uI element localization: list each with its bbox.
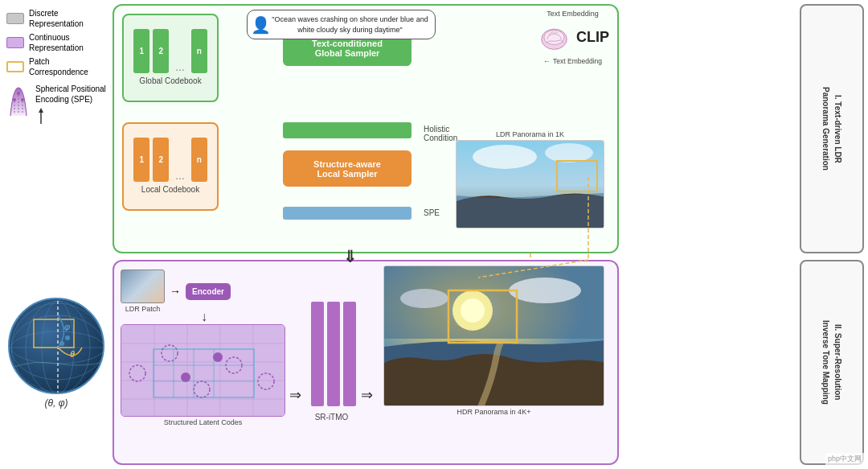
ldr-panorama-image [456, 140, 604, 228]
text-embed-note: Text Embedding [553, 57, 602, 65]
global-codebook: 1 2 ... n Global Codebook [122, 14, 219, 102]
clip-row: CLIP [536, 19, 609, 56]
holistic-label: Holistic Condition [424, 125, 457, 142]
top-section: 👤 "Ocean waves crashing on shore under b… [113, 4, 619, 253]
patch-label: Patch Correspondence [29, 56, 88, 77]
ldr-patch-thumbnail [121, 269, 165, 303]
svg-point-68 [461, 298, 485, 323]
svg-point-1 [17, 92, 20, 95]
holistic-text: Holistic Condition [424, 125, 457, 142]
codebook-columns: 1 2 ... n [133, 25, 207, 73]
local-col-dots: ... [172, 169, 188, 182]
svg-point-0 [13, 98, 16, 101]
text-prompt-bubble: 👤 "Ocean waves crashing on shore under b… [247, 10, 436, 39]
theta-phi-label: (θ, φ) [0, 397, 113, 409]
legend-patch: Patch Correspondence [6, 56, 111, 77]
globe-area: θ φ (θ, φ) [0, 290, 113, 450]
big-down-arrow: ⇓ [343, 247, 357, 266]
section-ii-text: II. Super-Resolution Inverse Tone Mappin… [820, 320, 844, 405]
spe-condition-label: SPE [424, 208, 440, 217]
local-col-1: 1 [133, 138, 149, 182]
spe-description: Spherical PositionalEncoding (SPE) [35, 84, 106, 125]
legend-continuous: Continuous Representation [6, 32, 111, 53]
section-i-text: I. Text-driven LDR Panorama Generation [820, 87, 844, 171]
hdr-panorama-image [383, 265, 604, 406]
ldr-patch-encoder: LDR Patch → Encoder [121, 269, 231, 313]
text-prompt-content: "Ocean waves crashing on shore under blu… [272, 15, 428, 34]
local-col-n: n [191, 138, 207, 182]
sritmo-col-1 [311, 302, 324, 406]
encoder-box: Encoder [186, 283, 231, 300]
col-2: 2 [153, 29, 169, 73]
local-col-2: 2 [153, 138, 169, 182]
local-sampler-label: Structure-aware Local Sampler [313, 159, 381, 179]
hdr-panorama-label: HDR Panorama in 4K+ [383, 408, 604, 416]
bottom-section: LDR Patch → Encoder ↓ [113, 260, 619, 465]
sritmo-col-3 [343, 302, 356, 406]
local-codebook-label: Local Codebook [141, 185, 199, 194]
spe-wave-icon [6, 84, 31, 120]
svg-point-40 [473, 145, 537, 169]
svg-text:φ: φ [64, 322, 70, 331]
latent-codes-svg [121, 325, 285, 417]
col-1: 1 [133, 29, 149, 73]
clip-arrow-area: ← Text Embedding [543, 57, 602, 65]
svg-point-16 [59, 341, 64, 346]
svg-point-57 [181, 372, 190, 382]
watermark: php中文网 [825, 453, 864, 465]
svg-text:θ: θ [70, 349, 75, 359]
section-i-label: I. Text-driven LDR Panorama Generation [800, 4, 864, 253]
ldr-panorama-label: LDR Panorama in 1K [456, 130, 604, 138]
global-codebook-label: Global Codebook [139, 76, 201, 85]
col-n: n [191, 29, 207, 73]
structured-latent-image [121, 324, 285, 417]
left-arrow-text: ← [543, 57, 551, 65]
ldr-panorama-svg [457, 141, 604, 228]
svg-point-38 [544, 31, 564, 45]
ldr-patch-label: LDR Patch [125, 305, 161, 313]
down-arrow-encoder: ↓ [201, 310, 207, 324]
local-codebook-columns: 1 2 ... n [133, 134, 207, 182]
patch-box-legend [6, 61, 24, 72]
section-ii-label: II. Super-Resolution Inverse Tone Mappin… [800, 260, 864, 465]
ldr-panorama-container: LDR Panorama in 1K [456, 130, 604, 227]
clip-area: Text Embedding CLIP ← Text Embedding [536, 10, 609, 65]
hdr-panorama-container: HDR Panorama in 4K+ [383, 265, 604, 414]
holistic-bar [283, 122, 411, 138]
globe: θ φ [8, 298, 104, 394]
svg-point-2 [21, 98, 24, 101]
spe-label: Spherical PositionalEncoding (SPE) [35, 84, 106, 105]
structured-latent-area: Structured Latent Codes [121, 324, 285, 421]
discrete-label: Discrete Representation [29, 8, 84, 29]
latent-codes-label: Structured Latent Codes [121, 418, 285, 426]
arrow-right-encoder: → [170, 285, 181, 298]
discrete-box [6, 13, 24, 24]
svg-point-69 [509, 278, 581, 303]
local-sampler: Structure-aware Local Sampler [283, 150, 411, 187]
continuous-label: Continuous Representation [29, 32, 84, 53]
arrow-to-hdr: ⇒ [361, 386, 373, 404]
spe-bar [283, 207, 411, 220]
sritmo-label: SR-iTMO [309, 413, 354, 422]
legend: Discrete Representation Continuous Repre… [6, 8, 111, 125]
ldr-patch-group: LDR Patch [121, 269, 165, 313]
globe-grid: θ φ [10, 299, 104, 394]
clip-label: CLIP [576, 29, 609, 46]
col-dots: ... [172, 60, 188, 73]
spe-up-arrow [35, 106, 47, 125]
svg-point-41 [545, 143, 593, 163]
svg-point-70 [400, 289, 448, 308]
svg-point-58 [213, 352, 223, 362]
hdr-panorama-svg [384, 266, 604, 406]
legend-spe: Spherical PositionalEncoding (SPE) [6, 84, 111, 125]
continuous-box [6, 37, 24, 48]
legend-discrete: Discrete Representation [6, 8, 111, 29]
text-embedding-label: Text Embedding [547, 10, 599, 18]
brain-icon [536, 19, 572, 56]
sritmo-col-2 [327, 302, 340, 406]
svg-point-17 [65, 335, 70, 340]
svg-rect-43 [121, 325, 285, 417]
main-diagram: 👤 "Ocean waves crashing on shore under b… [113, 4, 864, 465]
global-sampler-label: Text-conditioned Global Sampler [312, 39, 383, 58]
person-icon: 👤 [251, 14, 271, 36]
